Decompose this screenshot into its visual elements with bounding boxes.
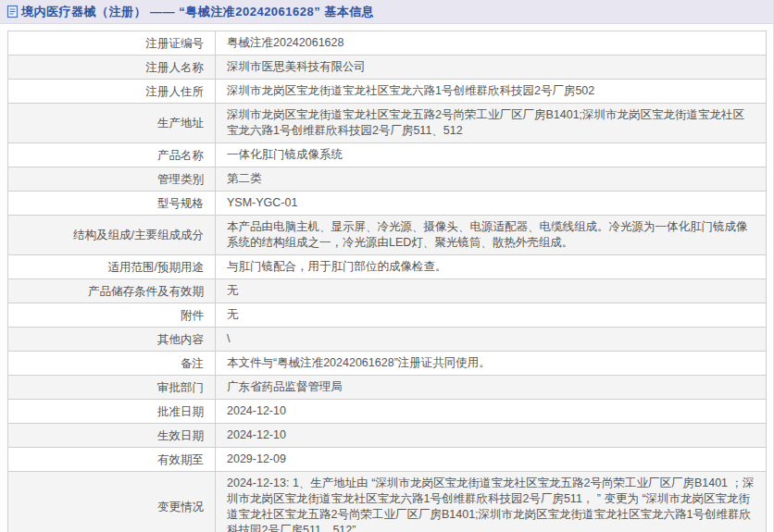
row-label-text: 管理类别 (157, 173, 204, 186)
row-value: 深圳市龙岗区宝龙街道宝龙社区宝龙五路2号尚荣工业厂区厂房B1401;深圳市龙岗区… (216, 104, 767, 143)
row-label: 备注 (8, 352, 216, 376)
row-value-text: 与肛门镜配合，用于肛门部位的成像检查。 (227, 260, 447, 273)
table-row: 生产地址深圳市龙岗区宝龙街道宝龙社区宝龙五路2号尚荣工业厂区厂房B1401;深圳… (8, 104, 767, 143)
row-value-text: 粤械注准20242061628 (227, 36, 343, 49)
row-label: 产品储存条件及有效期 (8, 279, 216, 303)
row-value: 深圳市医思美科技有限公司 (216, 56, 767, 80)
row-label: 产品名称 (8, 143, 216, 167)
row-label: 审批部门 (8, 376, 216, 400)
row-value-text: 第二类 (227, 172, 262, 185)
row-label-text: 注册人住所 (146, 85, 205, 98)
row-label: 生效日期 (8, 424, 216, 448)
row-label: 结构及组成/主要组成成分 (8, 216, 216, 255)
row-value: 粤械注准20242061628 (216, 31, 767, 56)
row-value: 与肛门镜配合，用于肛门部位的成像检查。 (216, 255, 767, 279)
row-label-text: 注册人名称 (146, 61, 205, 74)
row-value: 2024-12-10 (216, 400, 767, 424)
row-label: 有效期至 (8, 448, 216, 472)
row-label: 其他内容 (8, 328, 216, 352)
info-table-body: 注册证编号粤械注准20242061628注册人名称深圳市医思美科技有限公司注册人… (8, 31, 767, 532)
document-icon (6, 5, 19, 19)
row-value-text: 深圳市龙岗区宝龙街道宝龙社区宝龙六路1号创维群欣科技园2号厂房502 (227, 84, 594, 97)
row-label: 变更情况 (8, 472, 216, 532)
row-value-text: 2029-12-09 (227, 452, 286, 465)
row-value: 无 (216, 279, 767, 303)
table-row: 生效日期2024-12-10 (8, 424, 767, 448)
row-label: 注册证编号 (8, 31, 216, 56)
row-label: 适用范围/预期用途 (8, 255, 216, 279)
table-row: 其他内容\ (8, 328, 767, 352)
table-row: 变更情况2024-12-13: 1、生产地址由 “深圳市龙岗区宝龙街道宝龙社区宝… (8, 472, 767, 532)
row-label: 型号规格 (8, 192, 216, 216)
row-value-text: 深圳市龙岗区宝龙街道宝龙社区宝龙五路2号尚荣工业厂区厂房B1401;深圳市龙岗区… (227, 108, 744, 137)
table-row: 注册人名称深圳市医思美科技有限公司 (8, 56, 767, 80)
row-label: 附件 (8, 303, 216, 328)
row-label-text: 产品名称 (157, 149, 204, 162)
info-table: 注册证编号粤械注准20242061628注册人名称深圳市医思美科技有限公司注册人… (7, 31, 767, 532)
row-label-text: 其他内容 (157, 333, 204, 346)
table-row: 批准日期2024-12-10 (8, 400, 767, 424)
row-value: 本产品由电脑主机、显示屏、冷光源、摄像头、电源适配器、电缆线组成。冷光源为一体化… (216, 216, 767, 255)
row-label-text: 结构及组成/主要组成成分 (73, 229, 204, 241)
row-label-text: 批准日期 (157, 405, 204, 418)
row-value: 本文件与“粤械注准20242061628”注册证共同使用。 (216, 352, 767, 376)
row-label-text: 注册证编号 (146, 37, 205, 50)
row-label-text: 附件 (181, 309, 204, 322)
row-label-text: 生产地址 (157, 117, 204, 130)
row-value-text: 无 (227, 284, 239, 297)
table-row: 审批部门广东省药品监督管理局 (8, 376, 767, 400)
row-label-text: 有效期至 (157, 453, 204, 466)
row-value-text: 本文件与“粤械注准20242061628”注册证共同使用。 (227, 356, 491, 369)
table-row: 结构及组成/主要组成成分本产品由电脑主机、显示屏、冷光源、摄像头、电源适配器、电… (8, 216, 767, 255)
row-value: 2024-12-13: 1、生产地址由 “深圳市龙岗区宝龙街道宝龙社区宝龙五路2… (216, 472, 767, 532)
row-value: 广东省药品监督管理局 (216, 376, 767, 400)
table-row: 附件无 (8, 303, 767, 328)
row-value: 一体化肛门镜成像系统 (216, 143, 767, 167)
table-row: 有效期至2029-12-09 (8, 448, 767, 472)
row-value-text: YSM-YGC-01 (227, 196, 297, 209)
table-row: 注册人住所深圳市龙岗区宝龙街道宝龙社区宝龙六路1号创维群欣科技园2号厂房502 (8, 80, 767, 104)
row-label-text: 审批部门 (157, 381, 204, 394)
row-value-text: 深圳市医思美科技有限公司 (227, 60, 366, 73)
row-label-text: 适用范围/预期用途 (108, 261, 204, 274)
row-label: 生产地址 (8, 104, 216, 143)
row-value-text: 无 (227, 308, 239, 321)
row-value-text: 一体化肛门镜成像系统 (227, 148, 343, 161)
row-label-text: 变更情况 (157, 501, 204, 513)
table-row: 适用范围/预期用途与肛门镜配合，用于肛门部位的成像检查。 (8, 255, 767, 279)
row-label: 批准日期 (8, 400, 216, 424)
registration-info-page: 境内医疗器械（注册） —— “粤械注准20242061628” 基本信息 注册证… (0, 0, 774, 532)
row-value: 2024-12-10 (216, 424, 767, 448)
row-value-text: 2024-12-10 (227, 428, 286, 441)
page-header: 境内医疗器械（注册） —— “粤械注准20242061628” 基本信息 (0, 0, 773, 24)
row-label: 管理类别 (8, 167, 216, 192)
table-row: 型号规格YSM-YGC-01 (8, 192, 767, 216)
row-label-text: 备注 (181, 357, 204, 370)
row-value-text: 广东省药品监督管理局 (227, 380, 343, 393)
row-label: 注册人名称 (8, 56, 216, 80)
table-row: 备注本文件与“粤械注准20242061628”注册证共同使用。 (8, 352, 767, 376)
row-value: YSM-YGC-01 (216, 192, 767, 216)
row-label-text: 产品储存条件及有效期 (88, 285, 204, 298)
table-row: 管理类别第二类 (8, 167, 767, 192)
row-label-text: 生效日期 (157, 429, 204, 442)
table-row: 产品名称一体化肛门镜成像系统 (8, 143, 767, 167)
page-title: 境内医疗器械（注册） —— “粤械注准20242061628” 基本信息 (21, 4, 374, 20)
row-label-text: 型号规格 (157, 197, 204, 210)
row-value-text: 2024-12-13: 1、生产地址由 “深圳市龙岗区宝龙街道宝龙社区宝龙五路2… (227, 476, 755, 532)
row-value: 无 (216, 303, 767, 328)
row-label: 注册人住所 (8, 80, 216, 104)
row-value-text: 2024-12-10 (227, 404, 286, 417)
row-value: \ (216, 328, 767, 352)
row-value: 第二类 (216, 167, 767, 192)
table-row: 产品储存条件及有效期无 (8, 279, 767, 303)
row-value: 深圳市龙岗区宝龙街道宝龙社区宝龙六路1号创维群欣科技园2号厂房502 (216, 80, 767, 104)
row-value-text: \ (227, 332, 230, 345)
row-value: 2029-12-09 (216, 448, 767, 472)
table-row: 注册证编号粤械注准20242061628 (8, 31, 767, 56)
row-value-text: 本产品由电脑主机、显示屏、冷光源、摄像头、电源适配器、电缆线组成。冷光源为一体化… (227, 220, 748, 249)
